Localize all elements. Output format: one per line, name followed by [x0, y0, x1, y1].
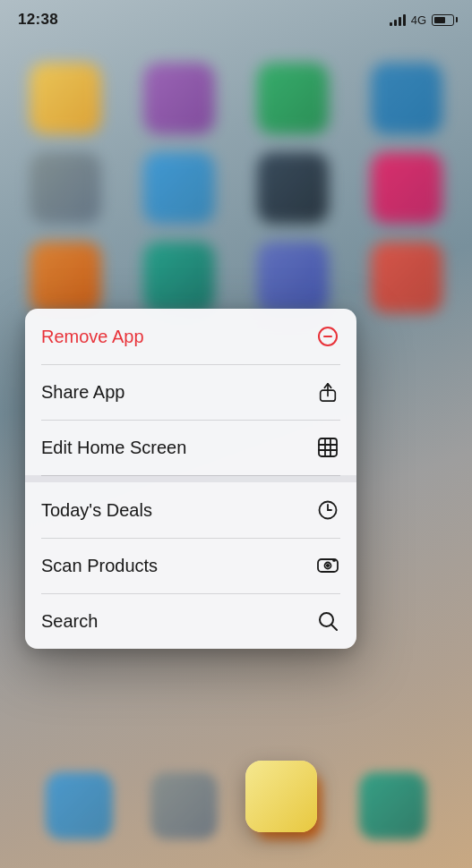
- svg-text:a: a: [274, 777, 287, 804]
- status-bar: 12:38 4G: [0, 0, 472, 39]
- menu-item-share-app-label: Share App: [41, 382, 124, 403]
- app-icon: [371, 152, 442, 224]
- app-icon: [257, 63, 329, 134]
- svg-rect-4: [319, 438, 337, 456]
- edit-home-screen-icon: [315, 438, 340, 457]
- app-icon: [143, 152, 215, 224]
- amazon-app-icon[interactable]: a: [245, 761, 317, 832]
- app-icon: [30, 63, 101, 134]
- menu-item-remove-app[interactable]: Remove App: [25, 309, 356, 364]
- network-label: 4G: [411, 13, 426, 27]
- search-icon: [315, 611, 340, 631]
- remove-app-icon: [315, 326, 340, 347]
- menu-item-edit-home-screen[interactable]: Edit Home Screen: [25, 420, 356, 475]
- menu-item-scan-products-label: Scan Products: [41, 556, 158, 576]
- menu-item-remove-app-label: Remove App: [41, 327, 144, 347]
- status-time: 12:38: [18, 11, 58, 29]
- menu-item-todays-deals-label: Today's Deals: [41, 500, 152, 521]
- battery-icon: [432, 14, 454, 26]
- dock-icon: [359, 772, 426, 839]
- scan-products-icon: [315, 557, 340, 574]
- context-menu: Remove App Share App Edit Home Screen: [25, 309, 356, 649]
- app-grid: [0, 54, 472, 322]
- app-icon: [30, 242, 101, 313]
- menu-item-search-label: Search: [41, 611, 98, 632]
- dock-icon: [150, 772, 218, 839]
- app-icon: [143, 63, 215, 134]
- svg-point-12: [327, 565, 329, 566]
- svg-line-15: [331, 625, 337, 630]
- app-icon: [371, 63, 442, 134]
- amazon-smile-svg: a: [256, 771, 306, 821]
- app-icon: [371, 242, 442, 313]
- menu-item-todays-deals[interactable]: Today's Deals: [25, 482, 356, 538]
- menu-separator: [25, 475, 356, 482]
- status-icons: 4G: [390, 13, 454, 27]
- amazon-app-icon-container: a: [245, 761, 317, 832]
- app-icon: [257, 242, 329, 313]
- bottom-dock: [0, 743, 472, 868]
- menu-item-scan-products[interactable]: Scan Products: [25, 538, 356, 593]
- share-app-icon: [315, 381, 340, 403]
- todays-deals-icon: [315, 500, 340, 520]
- dock-icon: [46, 772, 113, 839]
- menu-item-share-app[interactable]: Share App: [25, 364, 356, 420]
- app-icon: [30, 152, 101, 224]
- signal-icon: [390, 13, 406, 26]
- app-icon: [257, 152, 329, 224]
- menu-item-edit-home-screen-label: Edit Home Screen: [41, 438, 186, 458]
- app-icon: [143, 242, 215, 313]
- menu-item-search[interactable]: Search: [25, 593, 356, 649]
